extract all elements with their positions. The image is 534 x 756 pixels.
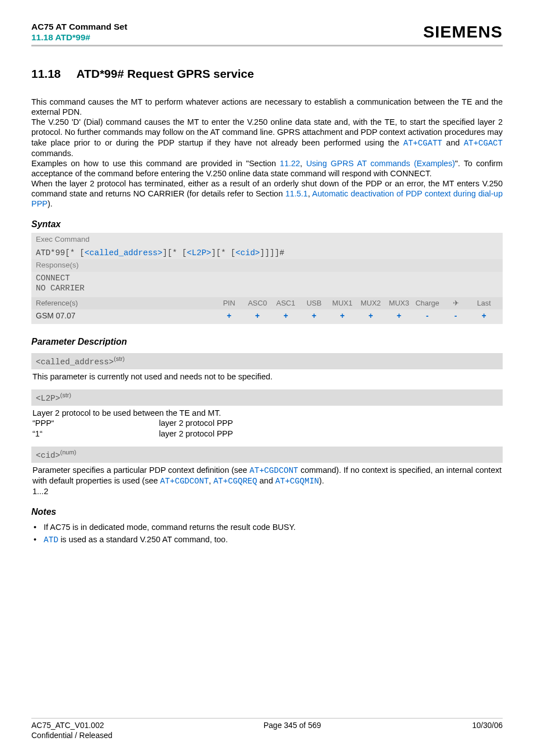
references-label: Reference(s)	[36, 299, 215, 308]
link-cgqreq[interactable]: AT+CGQREQ	[213, 477, 257, 486]
param-l2p-link[interactable]: <L2P>	[187, 248, 212, 257]
l2p-row-1: “1“ layer 2 protocol PPP	[32, 429, 502, 439]
cmd-end: ]]]]#	[260, 248, 284, 257]
cid-body: Parameter specifies a particular PDP con…	[31, 463, 503, 499]
col-asc0: ASC0	[243, 299, 272, 308]
val-last: +	[470, 311, 498, 321]
col-mux3: MUX3	[385, 299, 414, 308]
cid-range: 1...2	[32, 486, 502, 496]
footer-left: AC75_ATC_V01.002 Confidential / Released	[31, 721, 113, 740]
cmd-open1: [* [	[65, 248, 85, 257]
page-footer: AC75_ATC_V01.002 Confidential / Released…	[31, 718, 503, 740]
val-pin: +	[215, 311, 243, 321]
col-mux2: MUX2	[357, 299, 385, 308]
cid-desc: Parameter specifies a particular PDP con…	[32, 465, 502, 486]
param-called-address-tag: <called_address>(str)	[31, 353, 503, 369]
cid-desc-pre: Parameter specifies a particular PDP con…	[32, 466, 250, 475]
intro-p2-pre: Examples on how to use this command are …	[31, 159, 280, 168]
link-cgdcont-2[interactable]: AT+CGDCONT	[160, 477, 209, 486]
link-cgdcont-1[interactable]: AT+CGDCONT	[250, 466, 298, 475]
reference-value-row: GSM 07.07 + + + + + + + - - +	[31, 309, 503, 325]
notes-heading: Notes	[31, 506, 503, 518]
responses-label: Response(s)	[31, 259, 503, 272]
l2p-tag-text: <L2P>	[36, 394, 60, 403]
col-usb: USB	[300, 299, 329, 308]
link-cgqmin[interactable]: AT+CGQMIN	[275, 477, 319, 486]
cid-tag-text: <cid>	[36, 450, 60, 459]
intro-paragraph-2: The V.250 'D' (Dial) command causes the …	[31, 117, 503, 158]
val-asc1: +	[271, 311, 300, 321]
note-1-text: If AC75 is in dedicated mode, command re…	[44, 523, 296, 532]
resp-connect: CONNECT	[36, 273, 498, 283]
called-address-desc: This parameter is currently not used and…	[31, 369, 503, 384]
doc-title: AC75 AT Command Set	[31, 21, 127, 32]
footer-page-number: Page 345 of 569	[264, 721, 321, 740]
param-l2p-tag: <L2P>(str)	[31, 389, 503, 406]
val-airplane: -	[442, 311, 470, 321]
cmd-mid1: ][* [	[162, 248, 187, 257]
intro-and: and	[442, 138, 463, 147]
col-mux1: MUX1	[328, 299, 357, 308]
param-called-address-link[interactable]: <called_address>	[85, 248, 162, 257]
link-section-11-5-1[interactable]: 11.5.1	[285, 189, 308, 198]
intro-paragraph-1: This command causes the MT to perform wh…	[31, 97, 503, 117]
called-address-sup: (str)	[114, 355, 125, 362]
val-mux3: +	[385, 311, 414, 321]
intro-paragraph-3: Examples on how to use this command are …	[31, 158, 503, 179]
intro-p3-post: ).	[48, 199, 53, 208]
section-heading: 11.18ATD*99# Request GPRS service	[31, 67, 503, 81]
resp-no-carrier: NO CARRIER	[36, 283, 498, 293]
page-header: AC75 AT Command Set 11.18 ATD*99# SIEMEN…	[31, 21, 503, 46]
l2p-row-ppp: “PPP“ layer 2 protocol PPP	[32, 418, 502, 428]
reference-values: + + + + + + + - - +	[215, 311, 498, 321]
l2p-body: Layer 2 protocol to be used between the …	[31, 406, 503, 440]
col-asc1: ASC1	[271, 299, 300, 308]
col-charge: Charge	[413, 299, 442, 308]
l2p-desc: Layer 2 protocol to be used between the …	[32, 408, 502, 418]
intro-sec-sep: ,	[300, 159, 306, 168]
doc-subtitle: 11.18 ATD*99#	[31, 32, 127, 43]
link-atd[interactable]: ATD	[44, 536, 58, 544]
l2p-val-1: layer 2 protocol PPP	[159, 429, 233, 439]
cid-comma1: ,	[209, 476, 213, 485]
reference-header-row: Reference(s) PIN ASC0 ASC1 USB MUX1 MUX2…	[31, 297, 503, 309]
col-airplane-icon: ✈	[442, 299, 470, 308]
link-at-cgact[interactable]: AT+CGACT	[463, 139, 503, 148]
val-mux1: +	[328, 311, 357, 321]
note-item-1: If AC75 is in dedicated mode, command re…	[34, 522, 503, 532]
link-at-cgatt[interactable]: AT+CGATT	[403, 139, 442, 148]
section-number: 11.18	[31, 67, 61, 81]
cid-and: and	[257, 476, 275, 485]
reference-name: GSM 07.07	[36, 311, 215, 321]
brand-logo: SIEMENS	[423, 21, 503, 43]
intro-p3-sep: ,	[308, 189, 312, 198]
l2p-key-1: “1“	[32, 429, 159, 439]
exec-command-syntax: ATD*99[* [<called_address>][* [<L2P>][* …	[31, 247, 503, 259]
header-left: AC75 AT Command Set 11.18 ATD*99#	[31, 21, 127, 43]
syntax-block: Exec Command ATD*99[* [<called_address>]…	[31, 233, 503, 324]
cid-sup: (num)	[60, 449, 77, 456]
val-charge: -	[413, 311, 442, 321]
col-last: Last	[470, 299, 498, 308]
val-mux2: +	[357, 311, 385, 321]
intro-p1a: This command causes the MT to perform wh…	[31, 97, 503, 116]
note-item-2: ATD is used as a standard V.250 AT comma…	[34, 534, 503, 545]
l2p-key-ppp: “PPP“	[32, 418, 159, 428]
note-2-text: is used as a standard V.250 AT command, …	[58, 535, 228, 544]
section-title-text: ATD*99# Request GPRS service	[77, 67, 254, 80]
footer-confidential: Confidential / Released	[31, 731, 113, 741]
link-section-11-22[interactable]: 11.22	[280, 159, 300, 168]
syntax-heading: Syntax	[31, 219, 503, 230]
footer-doc-id: AC75_ATC_V01.002	[31, 721, 113, 731]
notes-list: If AC75 is in dedicated mode, command re…	[31, 522, 503, 545]
val-usb: +	[300, 311, 329, 321]
l2p-sup: (str)	[60, 392, 72, 398]
footer-date: 10/30/06	[472, 721, 503, 740]
l2p-val-ppp: layer 2 protocol PPP	[159, 418, 233, 428]
col-pin: PIN	[215, 299, 243, 308]
cmd-mid2: ][* [	[211, 248, 236, 257]
exec-command-label: Exec Command	[31, 233, 503, 247]
link-examples[interactable]: Using GPRS AT commands (Examples)	[306, 159, 455, 168]
param-cid-tag: <cid>(num)	[31, 447, 503, 463]
param-cid-link[interactable]: <cid>	[236, 248, 260, 257]
